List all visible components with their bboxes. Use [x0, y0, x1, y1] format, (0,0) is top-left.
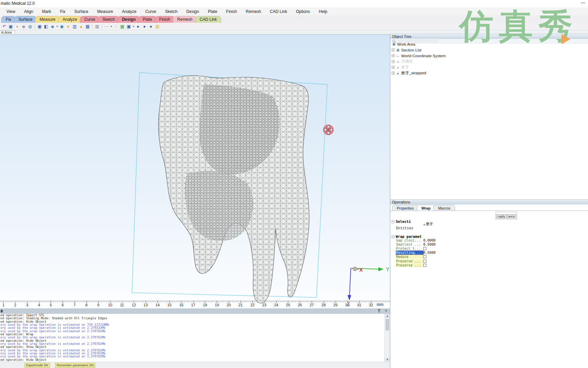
toolbar-icon[interactable]: ▣ [8, 24, 14, 29]
log-scrollbar[interactable]: ▲ ▼ [385, 314, 390, 362]
menu-item[interactable]: Align [20, 8, 38, 15]
param-row[interactable]: Preserve ... [396, 259, 436, 263]
menu-item[interactable]: Mark [37, 8, 55, 15]
toolbar-icon[interactable]: ◖ [14, 24, 20, 29]
param-row[interactable]: Protect t... [396, 246, 436, 250]
toolbar-icon[interactable]: ● [148, 24, 154, 29]
toolbar-icon[interactable]: ● [142, 24, 147, 29]
toolbar-icon[interactable]: ▣ [126, 24, 132, 29]
param-checkbox[interactable] [423, 260, 426, 263]
status-badge[interactable]: Expertmode ON [24, 363, 50, 368]
menu-item[interactable]: Help [314, 8, 332, 15]
toolbar-icon[interactable]: ◆ [21, 24, 27, 29]
menu-item[interactable]: Design [182, 8, 203, 15]
menu-item[interactable]: Finish [222, 8, 241, 15]
tree-item[interactable]: + ▲ 磨牙 [392, 64, 446, 70]
dropdown-arrow-icon[interactable]: ▾ [110, 25, 113, 28]
param-row[interactable]: Preserve ... [396, 263, 436, 267]
expand-icon[interactable]: + [392, 48, 395, 51]
menu-item[interactable]: Analyze [117, 8, 141, 15]
ribbon-tab[interactable]: Measure [35, 16, 60, 23]
expand-icon[interactable]: + [392, 66, 395, 69]
ribbon-tab[interactable]: CAD Link [195, 16, 222, 23]
menu-item[interactable]: Remesh [241, 8, 265, 15]
tree-item[interactable]: + ▲ 牙槽骨 [392, 59, 446, 64]
viewport-canvas[interactable]: Y Z X [0, 35, 390, 301]
selection-section-header[interactable]: -Selecti [392, 218, 411, 224]
collapse-icon[interactable]: - [392, 220, 394, 223]
toolbar-icon[interactable]: ● [135, 24, 141, 29]
scrollbar-thumb[interactable] [386, 319, 389, 331]
ribbon-tab[interactable]: Design [117, 16, 140, 23]
log-console[interactable]: ed operation: Import STLed operation: Sh… [0, 314, 390, 362]
operations-tab[interactable]: Properties [392, 205, 418, 211]
menu-item[interactable]: Curve [141, 8, 161, 15]
menu-item[interactable]: Fix [55, 8, 70, 15]
param-checkbox[interactable] [423, 247, 426, 250]
expand-icon[interactable]: + [392, 54, 395, 57]
toolbar-icon[interactable]: ▦ [85, 24, 91, 29]
ribbon-tab[interactable]: Fix [1, 16, 16, 23]
menu-item[interactable]: Plate [203, 8, 222, 15]
minimize-button[interactable]: — [581, 0, 585, 5]
operation-button[interactable]: Apply [496, 214, 507, 218]
log-lines: ed operation: Import STLed operation: Sh… [0, 314, 390, 362]
menu-item[interactable]: Options [292, 8, 314, 15]
operation-button[interactable]: ance [507, 214, 517, 218]
toolbar-icon[interactable]: ▥ [72, 24, 78, 29]
tree-item[interactable]: ▣ Work Area [392, 41, 446, 47]
close-icon[interactable]: × [385, 308, 387, 313]
tree-item[interactable]: + ▲ 磨牙_wrapped [392, 70, 446, 76]
param-row[interactable]: Reduce [396, 255, 436, 259]
param-row[interactable]: Smallest ... 0.5000 [396, 242, 436, 246]
scroll-up-icon[interactable]: ▲ [385, 314, 390, 318]
menu-item[interactable]: Sketch [161, 8, 182, 15]
toolbar-icon[interactable]: ▣ [37, 24, 43, 29]
toolbar-icon[interactable]: ▩ [119, 24, 125, 29]
expand-icon[interactable]: + [392, 72, 395, 75]
param-checkbox[interactable] [423, 255, 426, 258]
param-value[interactable]: 0.5000 [423, 243, 436, 246]
ribbon-tab[interactable]: Sketch [98, 16, 119, 23]
toolbar-icon[interactable]: — [104, 24, 110, 29]
ribbon-tab[interactable]: Remesh [173, 16, 197, 23]
entities-value[interactable]: ▲磨牙 [423, 222, 433, 227]
tree-item[interactable]: + ∟ World Coordinate System [392, 53, 446, 59]
ribbon-tab[interactable]: Curve [80, 16, 100, 23]
toolbar-icon[interactable]: ▦ [94, 24, 100, 29]
toolbar-icon[interactable]: ▤ [154, 24, 160, 29]
collapse-icon[interactable]: - [392, 235, 394, 238]
toolbar-icon[interactable]: ◉ [59, 24, 65, 29]
param-row[interactable]: Resulting... 0.5000 [396, 251, 436, 255]
toolbar-icon[interactable]: ◈ [50, 24, 55, 29]
tooth-mesh[interactable] [159, 76, 309, 303]
ribbon-tab[interactable]: Finish [155, 16, 175, 23]
ribbon-tab[interactable]: Surface [14, 16, 37, 23]
menu-item[interactable]: View [2, 8, 20, 15]
toolbar-icon[interactable]: ◧ [43, 24, 49, 29]
param-value[interactable]: 0.0000 [423, 239, 436, 242]
menu-item[interactable]: Measure [93, 8, 118, 15]
scroll-down-icon[interactable]: ▼ [385, 357, 390, 362]
expand-icon[interactable]: + [392, 60, 395, 63]
viewport-3d[interactable]: Y Z X [0, 35, 390, 301]
param-value[interactable]: 0.5000 [423, 251, 436, 255]
param-checkbox[interactable] [423, 264, 426, 267]
toolbar-icon[interactable]: ↶ [1, 24, 7, 29]
param-row[interactable]: Gap closi... 0.0000 [396, 238, 436, 242]
menu-item[interactable]: CAD Link [265, 8, 292, 15]
dropdown-arrow-icon[interactable]: ▾ [132, 25, 135, 28]
toolbar-icon[interactable]: ∕ [113, 24, 119, 29]
operations-tab[interactable]: Wrap [417, 205, 435, 211]
ribbon-tab[interactable]: Plate [138, 16, 156, 23]
tree-item[interactable]: + ▦ Section List [392, 47, 446, 53]
toolbar-icon[interactable]: ● [65, 24, 71, 29]
menu-item[interactable]: Surface [70, 8, 93, 15]
toolbar-icon[interactable]: ▲ [78, 24, 84, 29]
operations-tab[interactable]: Macros [434, 205, 455, 211]
toolbar-icon[interactable]: ◍ [27, 24, 33, 29]
dropdown-arrow-icon[interactable]: ▾ [56, 25, 59, 28]
ribbon-tab[interactable]: Analyze [58, 16, 82, 23]
pin-icon[interactable] [377, 309, 381, 313]
status-badge[interactable]: Remember parameters ON [55, 363, 96, 368]
